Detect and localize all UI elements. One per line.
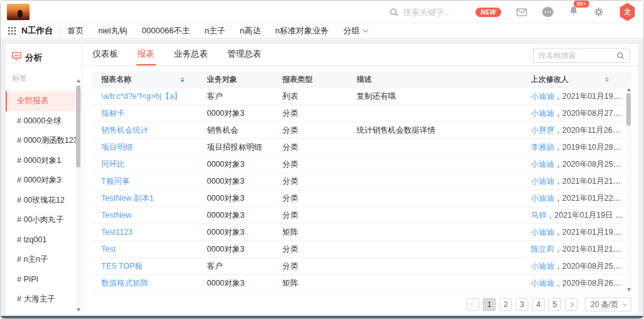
modifier-link[interactable]: 小迪迪 bbox=[531, 279, 555, 288]
tab-管理总表[interactable]: 管理总表 bbox=[226, 44, 263, 65]
sidebar-tag-item[interactable]: # 00小肉丸子 bbox=[6, 210, 82, 230]
avatar[interactable]: 龙 bbox=[619, 3, 636, 21]
nav-item[interactable]: n标准对象业务 bbox=[275, 25, 329, 36]
col-report-type[interactable]: 报表类型 bbox=[282, 74, 357, 85]
report-type-cell: 矩阵 bbox=[282, 227, 357, 238]
sidebar-tag-item[interactable]: # 00000全球 bbox=[6, 111, 82, 132]
report-name-link[interactable]: TestNew 副本1 bbox=[101, 194, 153, 203]
tab-业务总表[interactable]: 业务总表 bbox=[173, 44, 209, 65]
table-row[interactable]: 同环比 0000对象3 分类 小迪迪，2020年08月25日 02:20 bbox=[92, 156, 631, 173]
modifier-link[interactable]: 小迪迪 bbox=[531, 92, 555, 101]
nav-item[interactable]: 首页 bbox=[67, 25, 84, 36]
page-button-2[interactable]: 2 bbox=[499, 298, 512, 311]
sidebar-tag-item[interactable]: # 00玫瑰花12 bbox=[6, 191, 82, 211]
modifier-link[interactable]: 陈立莉 bbox=[531, 245, 555, 254]
chevron-down-icon bbox=[363, 27, 368, 32]
modifier-link[interactable]: 小迪迪 bbox=[531, 262, 555, 271]
col-last-modified[interactable]: 上次修改人 bbox=[531, 74, 569, 85]
prev-page-button[interactable] bbox=[467, 298, 479, 311]
report-name-link[interactable]: T额同事 bbox=[101, 177, 130, 186]
settings-gear-icon[interactable] bbox=[594, 7, 604, 17]
page-button-5[interactable]: 5 bbox=[548, 298, 561, 311]
modifier-link[interactable]: 李雅勋 bbox=[531, 143, 555, 152]
table-row[interactable]: 项目明细 项目招投标明细 分类 李雅勋，2019年10月28日 14:10 bbox=[92, 139, 631, 156]
app-grid-icon[interactable] bbox=[8, 27, 16, 35]
sidebar-scrollbar[interactable] bbox=[75, 79, 81, 311]
report-name-link[interactable]: 指标卡 bbox=[101, 109, 125, 118]
sort-icon[interactable] bbox=[180, 77, 184, 82]
table-row[interactable]: T额同事 0000对象3 分类 小迪迪，2021年01月21日 10:35 bbox=[92, 173, 631, 190]
notifications[interactable]: 99+ bbox=[569, 6, 579, 18]
chat-icon[interactable] bbox=[542, 7, 553, 17]
table-row[interactable]: TestNew 0000对象3 分类 马帅，2021年01月19日 15:58 bbox=[92, 207, 631, 224]
col-description[interactable]: 描述 bbox=[357, 74, 531, 85]
sidebar-tag-item[interactable]: # 大海主子 bbox=[6, 289, 82, 310]
modifier-link[interactable]: 小迪迪 bbox=[531, 194, 555, 203]
tab-报表[interactable]: 报表 bbox=[136, 44, 156, 65]
col-report-name[interactable]: 报表名称 bbox=[101, 74, 131, 85]
table-row[interactable]: 销售机会统计 销售机会 分类 统计销售机会数据详情 小胖胖，2020年11月26… bbox=[92, 122, 631, 139]
modifier-link[interactable]: 小迪迪 bbox=[531, 160, 555, 169]
nav-item[interactable]: n高达 bbox=[240, 25, 260, 36]
modifier-link[interactable]: 马帅 bbox=[531, 211, 547, 220]
report-name-link[interactable]: Test bbox=[101, 245, 116, 254]
business-object-cell: 销售机会 bbox=[207, 125, 282, 136]
scroll-down-icon[interactable] bbox=[77, 308, 80, 311]
report-name-link[interactable]: 数值格式矩阵 bbox=[101, 279, 148, 288]
sidebar-tag-item[interactable]: # n主n子 bbox=[6, 250, 82, 270]
table-row[interactable]: TES TOP额 客户 分类 小迪迪，2020年08月25日 03:14 bbox=[92, 258, 631, 275]
sidebar-tag-item[interactable]: # 0000测函数123 bbox=[6, 131, 82, 151]
next-page-button[interactable] bbox=[565, 298, 577, 311]
report-name-link[interactable]: TestNew bbox=[101, 211, 131, 220]
sidebar-tag-item[interactable]: # 0000对象3 bbox=[6, 171, 82, 191]
table-row[interactable]: 指标卡 0000对象3 分类 小迪迪，2020年08月27日 14:39 bbox=[92, 105, 631, 122]
page-button-3[interactable]: 3 bbox=[516, 298, 528, 311]
table-row[interactable]: 数值格式矩阵 0000对象3 矩阵 小迪迪，2020年08月26日 10:00 bbox=[92, 275, 631, 292]
report-name-link[interactable]: TES TOP额 bbox=[101, 262, 143, 271]
nav-group-dropdown[interactable]: 分组 bbox=[343, 25, 367, 36]
page-button-1[interactable]: 1 bbox=[483, 298, 496, 311]
business-object-cell: 0000对象3 bbox=[207, 278, 282, 289]
sidebar-tag-item[interactable]: # PIPI bbox=[6, 270, 82, 290]
scroll-up-icon[interactable] bbox=[627, 88, 631, 91]
scroll-up-icon[interactable] bbox=[77, 79, 80, 82]
nav-item[interactable]: 0000066不主 bbox=[142, 25, 191, 36]
page-size-select[interactable]: 20 条/页 bbox=[585, 298, 631, 311]
workspace-title[interactable]: N工作台 bbox=[21, 25, 53, 36]
mail-icon[interactable] bbox=[516, 8, 527, 17]
report-name-link[interactable]: \a/b:c*d?e"f<g>h|【a】 bbox=[101, 92, 182, 101]
report-name-link[interactable]: 同环比 bbox=[101, 160, 125, 169]
scroll-down-icon[interactable] bbox=[627, 288, 631, 291]
modifier-link[interactable]: 小迪迪 bbox=[531, 109, 555, 118]
modifier-link[interactable]: 小胖胖 bbox=[531, 126, 555, 135]
nav-item[interactable]: niel丸钩 bbox=[98, 25, 127, 36]
modified-date: ，2019年10月28日 14:10 bbox=[555, 143, 632, 152]
nav-item[interactable]: n主子 bbox=[204, 25, 225, 36]
report-name-link[interactable]: Test1123 bbox=[101, 228, 133, 237]
report-name-link[interactable]: 项目明细 bbox=[101, 143, 133, 152]
logo[interactable] bbox=[7, 4, 30, 20]
sidebar-tag-item[interactable]: # 0000对象1 bbox=[6, 151, 82, 171]
modifier-link[interactable]: 小迪迪 bbox=[531, 228, 555, 237]
table-scrollbar[interactable] bbox=[626, 88, 631, 291]
sidebar-tag-item[interactable]: # 订单 bbox=[6, 310, 82, 315]
tab-仪表板[interactable]: 仪表板 bbox=[91, 44, 119, 65]
table-row[interactable]: \a/b:c*d?e"f<g>h|【a】 客户 列表 复制还有哦 小迪迪，202… bbox=[92, 88, 631, 105]
tag-list: 全部报表 # 00000全球# 0000测函数123# 0000对象1# 000… bbox=[6, 91, 82, 314]
report-name-link[interactable]: 销售机会统计 bbox=[101, 126, 148, 135]
sidebar-item-all-reports[interactable]: 全部报表 bbox=[6, 91, 82, 111]
sort-icon[interactable] bbox=[605, 77, 609, 82]
table-row[interactable]: Test1123 0000对象3 矩阵 小迪迪，2021年01月19日 16:1… bbox=[92, 224, 631, 241]
modifier-link[interactable]: 小迪迪 bbox=[531, 177, 555, 186]
page-button-4[interactable]: 4 bbox=[532, 298, 545, 311]
table-row[interactable]: TestNew 副本1 0000对象3 分类 小迪迪，2021年01月22日 1… bbox=[92, 190, 631, 207]
col-business-object[interactable]: 业务对象 bbox=[207, 74, 282, 85]
global-search-input[interactable] bbox=[403, 8, 479, 17]
content-panel: 分析 标签 全部报表 # 00000全球# 0000测函数123# 0000对象… bbox=[6, 44, 638, 314]
table-row[interactable]: Test 0000对象3 分类 陈立莉，2021年01月21日 17:00 bbox=[92, 241, 631, 258]
table-search-input[interactable] bbox=[538, 51, 616, 60]
sidebar-tag-item[interactable]: # lzq001 bbox=[6, 230, 82, 250]
new-badge[interactable]: NEW bbox=[475, 8, 501, 17]
search-icon[interactable] bbox=[616, 52, 625, 60]
tags-section-label: 标签 bbox=[12, 73, 82, 84]
